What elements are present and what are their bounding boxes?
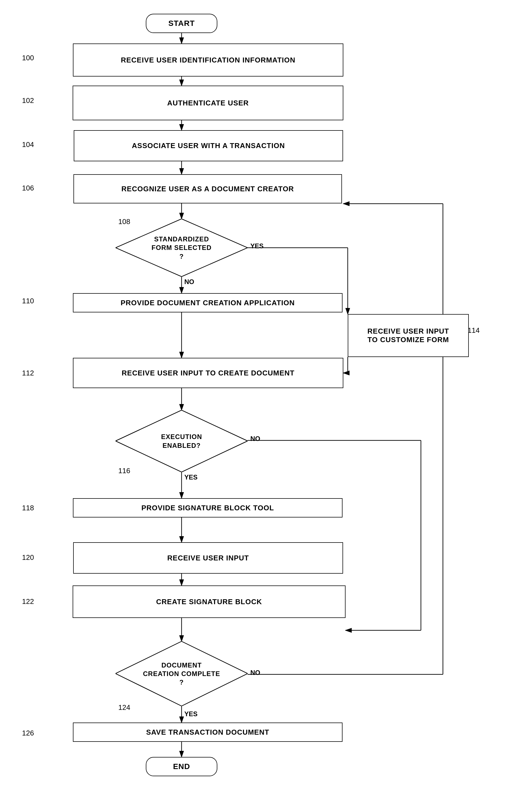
end-node: END (146, 757, 217, 776)
node-114: RECEIVE USER INPUT TO CUSTOMIZE FORM (348, 314, 469, 357)
arrows-svg (0, 0, 526, 812)
step-112-label: 112 (22, 369, 34, 377)
node-creation-complete: DOCUMENTCREATION COMPLETE? (116, 641, 247, 706)
node-102: AUTHENTICATE USER (73, 86, 343, 120)
step-114-label: 114 (468, 326, 480, 335)
node-120: RECEIVE USER INPUT (73, 542, 343, 574)
node-126: SAVE TRANSACTION DOCUMENT (73, 723, 343, 742)
yes-label-exec: YES (184, 474, 197, 481)
step-110-label: 110 (22, 297, 34, 305)
no-label-108: NO (184, 278, 194, 286)
step-120-label: 120 (22, 553, 34, 562)
flowchart-diagram: START 100 RECEIVE USER IDENTIFICATION IN… (0, 0, 526, 812)
step-126-label: 126 (22, 729, 34, 737)
node-110: PROVIDE DOCUMENT CREATION APPLICATION (73, 293, 343, 313)
node-108: STANDARDIZEDFORM SELECTED? (116, 219, 247, 277)
node-100: RECEIVE USER IDENTIFICATION INFORMATION (73, 43, 343, 76)
step-116-label: 116 (118, 466, 130, 475)
no-label-exec: NO (250, 435, 260, 443)
start-node: START (146, 14, 217, 33)
no-label-creation: NO (250, 669, 260, 677)
step-118-label: 118 (22, 504, 34, 512)
node-112: RECEIVE USER INPUT TO CREATE DOCUMENT (73, 358, 343, 388)
step-122-label: 122 (22, 597, 34, 606)
node-106: RECOGNIZE USER AS A DOCUMENT CREATOR (73, 174, 342, 203)
step-106-label: 106 (22, 184, 34, 192)
yes-label-creation: YES (184, 710, 197, 718)
step-102-label: 102 (22, 96, 34, 105)
node-104: ASSOCIATE USER WITH A TRANSACTION (74, 130, 343, 161)
yes-label-108: YES (250, 242, 264, 250)
step-124-label: 124 (118, 703, 130, 712)
node-122: CREATE SIGNATURE BLOCK (73, 585, 346, 618)
node-execution: EXECUTIONENABLED? (116, 410, 247, 472)
step-100-label: 100 (22, 54, 34, 62)
step-104-label: 104 (22, 140, 34, 149)
node-118: PROVIDE SIGNATURE BLOCK TOOL (73, 498, 343, 518)
